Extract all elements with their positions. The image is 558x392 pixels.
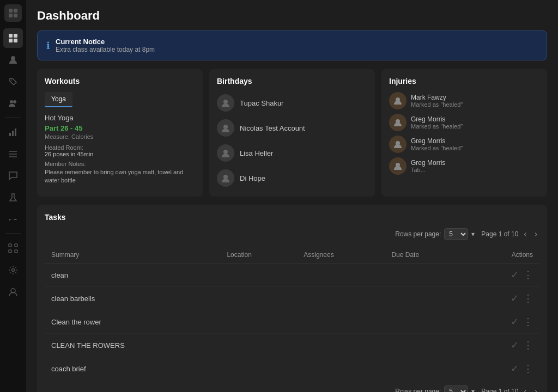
sidebar-item-lab[interactable]: [3, 188, 23, 207]
more-options-icon-4[interactable]: ⋮: [523, 363, 533, 375]
svg-rect-21: [9, 250, 11, 253]
injury-item-1[interactable]: Greg Morris Marked as "healed": [389, 114, 539, 131]
svg-rect-1: [14, 9, 17, 13]
birthday-item-3[interactable]: Di Hope: [217, 167, 367, 189]
rows-per-page-select-bottom[interactable]: 5 10 25: [444, 385, 468, 392]
rows-per-page-label-bottom: Rows per page:: [395, 388, 441, 392]
injury-status-1: Marked as "healed": [411, 123, 463, 130]
complete-task-icon-2[interactable]: ✓: [511, 316, 519, 328]
injury-avatar-0: [389, 92, 407, 109]
page-nav-bottom: Page 1 of 10 ‹ ›: [481, 385, 539, 392]
chevron-down-icon-bottom: ▾: [471, 388, 475, 392]
sidebar-item-tag[interactable]: [3, 72, 23, 91]
birthday-name-2: Lisa Heller: [240, 149, 273, 157]
member-notes-value: Please remember to bring own yoga matt, …: [45, 168, 195, 185]
svg-rect-20: [15, 244, 17, 247]
sidebar-item-integrations[interactable]: [3, 238, 23, 258]
svg-rect-19: [9, 244, 11, 247]
task-summary-0: clean: [45, 264, 220, 287]
svg-rect-14: [15, 128, 16, 136]
complete-task-icon-0[interactable]: ✓: [511, 269, 519, 281]
sidebar-item-chart[interactable]: [3, 122, 23, 142]
tasks-card: Tasks Rows per page: 5 10 25 ▾ Page 1 of…: [37, 205, 547, 392]
notice-banner: ℹ Current Notice Extra class available t…: [37, 30, 547, 60]
task-summary-1: clean barbells: [45, 287, 220, 310]
svg-rect-0: [9, 9, 13, 13]
svg-rect-5: [14, 34, 17, 38]
birthday-item-1[interactable]: Nicolas Test Account: [217, 117, 367, 139]
birthday-avatar-1: [217, 119, 234, 137]
birthday-item-2[interactable]: Lisa Heller: [217, 142, 367, 164]
sidebar-item-list[interactable]: [3, 144, 23, 164]
task-summary-4: coach brief: [45, 357, 220, 381]
injury-info-2: Greg Morris Marked as "healed": [411, 137, 463, 151]
task-due-date-4: [385, 357, 468, 381]
workouts-title: Workouts: [45, 77, 195, 85]
sidebar-item-shoe[interactable]: [3, 210, 23, 229]
birthday-avatar-2: [217, 144, 234, 162]
task-location-2: [220, 310, 297, 334]
birthday-item-0[interactable]: Tupac Shakur: [217, 92, 367, 114]
sidebar-logo[interactable]: [4, 4, 22, 22]
more-options-icon-1[interactable]: ⋮: [523, 292, 533, 304]
svg-point-9: [11, 79, 12, 81]
task-due-date-0: [385, 264, 468, 287]
injury-item-2[interactable]: Greg Morris Marked as "healed": [389, 136, 539, 153]
complete-task-icon-4[interactable]: ✓: [511, 363, 519, 375]
next-page-button-top[interactable]: ›: [532, 228, 539, 240]
sidebar-divider-2: [5, 234, 21, 234]
svg-rect-13: [12, 131, 14, 136]
birthday-avatar-3: [217, 169, 234, 187]
workout-tab[interactable]: Yoga: [45, 92, 72, 107]
workout-name: Hot Yoga: [45, 114, 195, 122]
birthday-name-0: Tupac Shakur: [240, 99, 283, 107]
complete-task-icon-3[interactable]: ✓: [511, 339, 519, 351]
sidebar-item-chat[interactable]: [3, 166, 23, 186]
prev-page-button-bottom[interactable]: ‹: [521, 385, 529, 392]
task-summary-2: Clean the rower: [45, 310, 220, 334]
injury-name-0: Mark Fawzy: [411, 94, 463, 101]
more-options-icon-0[interactable]: ⋮: [523, 269, 533, 281]
birthdays-card: Birthdays Tupac Shakur Nicolas Test Acco…: [209, 69, 375, 197]
notice-content: Current Notice Extra class available tod…: [56, 38, 155, 53]
task-due-date-1: [385, 287, 468, 310]
svg-point-26: [223, 125, 228, 129]
birthday-avatar-0: [217, 94, 234, 112]
rows-per-page-select-top[interactable]: 5 10 25: [444, 228, 468, 240]
member-notes-label: Member Notes:: [45, 161, 195, 167]
page-label-bottom: Page 1 of 10: [481, 388, 518, 392]
chevron-down-icon-top: ▾: [471, 230, 475, 238]
injury-status-0: Marked as "healed": [411, 101, 463, 108]
top-cards-row: Workouts Yoga Hot Yoga Part 26 - 45 Meas…: [37, 69, 547, 197]
col-actions: Actions: [468, 247, 539, 264]
tasks-bottom-pagination: Rows per page: 5 10 25 ▾ Page 1 of 10 ‹ …: [45, 385, 539, 392]
injury-status-2: Marked as "healed": [411, 145, 463, 151]
injury-item-0[interactable]: Mark Fawzy Marked as "healed": [389, 92, 539, 109]
more-options-icon-3[interactable]: ⋮: [523, 339, 533, 351]
task-assignees-1: [297, 287, 385, 310]
svg-rect-3: [14, 14, 17, 17]
svg-rect-22: [15, 250, 17, 253]
task-actions-0: ✓ ⋮: [468, 264, 539, 287]
svg-point-25: [223, 100, 228, 104]
task-actions-3: ✓ ⋮: [468, 334, 539, 357]
svg-point-27: [223, 150, 228, 154]
injury-item-3[interactable]: Greg Morris Tab...: [389, 157, 539, 175]
sidebar-item-dashboard[interactable]: [3, 28, 23, 48]
sidebar: [0, 0, 26, 392]
next-page-button-bottom[interactable]: ›: [532, 385, 539, 392]
sidebar-divider-1: [5, 118, 21, 118]
task-location-4: [220, 357, 297, 381]
sidebar-item-person[interactable]: [3, 50, 23, 70]
more-options-icon-2[interactable]: ⋮: [523, 316, 533, 328]
complete-task-icon-1[interactable]: ✓: [511, 292, 519, 304]
injury-list: Mark Fawzy Marked as "healed" Greg Morri…: [389, 92, 539, 175]
sidebar-item-profile[interactable]: [3, 282, 23, 302]
svg-point-8: [11, 56, 15, 60]
birthday-name-1: Nicolas Test Account: [240, 124, 305, 132]
task-summary-3: CLEAN THE ROWERS: [45, 334, 220, 357]
task-assignees-2: [297, 310, 385, 334]
sidebar-item-settings[interactable]: [3, 260, 23, 280]
sidebar-item-users[interactable]: [3, 94, 23, 113]
prev-page-button-top[interactable]: ‹: [521, 228, 529, 240]
